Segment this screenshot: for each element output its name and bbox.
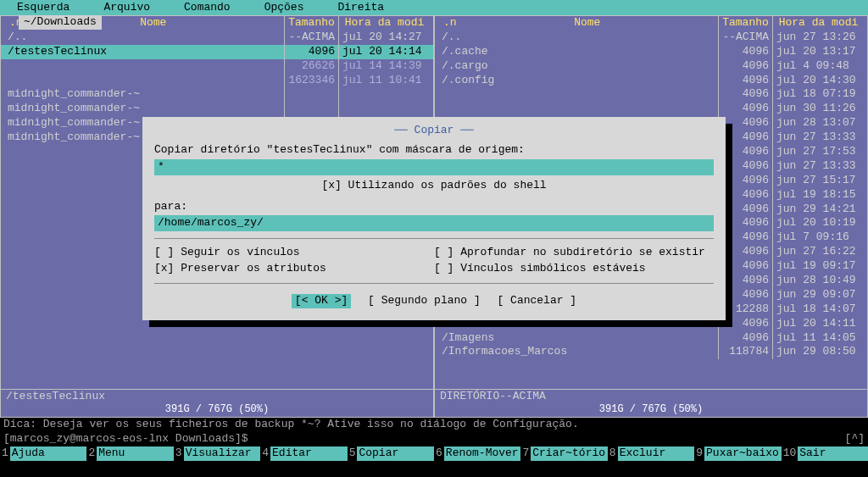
- fnkey-bar: 1Ajuda2Menu3Visualizar4Editar5Copiar6Ren…: [0, 446, 868, 461]
- fnkey[interactable]: 5Copiar: [348, 446, 434, 461]
- file-size: 4096: [718, 174, 772, 188]
- fnkey[interactable]: 3Visualizar: [174, 446, 260, 461]
- file-size: [284, 102, 338, 116]
- file-size: 4096: [718, 188, 772, 202]
- menubar-item[interactable]: Comando: [167, 1, 248, 14]
- file-time: jun 27 15:17: [772, 174, 864, 188]
- file-time: jul 19 09:17: [772, 259, 864, 274]
- file-time: jul 18 14:07: [772, 302, 864, 317]
- shell-patterns-checkbox[interactable]: [x] Utilizando os padrões do shell: [154, 179, 714, 193]
- file-row[interactable]: /.cargo4096jul 4 09:48: [435, 59, 867, 74]
- file-row[interactable]: 26626jul 14 14:39: [1, 59, 433, 74]
- file-size: 4096: [718, 274, 772, 288]
- fnkey[interactable]: 7Criar~tório: [520, 446, 607, 461]
- source-input[interactable]: *: [154, 159, 714, 175]
- file-size: 4096: [718, 288, 772, 302]
- panel-tab-label: ~/Downloads: [19, 15, 102, 30]
- fnkey-num: 10: [782, 446, 798, 461]
- fnkey[interactable]: 1Ajuda: [0, 446, 86, 461]
- fnkey[interactable]: 8Excluir: [608, 446, 694, 461]
- fnkey[interactable]: 4Editar: [260, 446, 347, 461]
- file-time: jun 28 10:49: [772, 274, 864, 288]
- fnkey-num: 2: [86, 446, 97, 461]
- file-time: jul 4 09:48: [772, 59, 864, 74]
- file-row[interactable]: midnight_commander-~: [1, 102, 433, 116]
- file-row[interactable]: 4096jul 18 07:19: [435, 87, 867, 102]
- file-size: --ACIMA: [718, 31, 772, 45]
- follow-links-checkbox[interactable]: [ ] Seguir os vínculos: [154, 246, 434, 260]
- right-panel-footer: DIRETÓRIO--ACIMA: [435, 389, 867, 404]
- file-size: 4096: [718, 259, 772, 274]
- file-name: /.config: [438, 74, 718, 88]
- fnkey-label: Puxar~baixo: [704, 446, 782, 461]
- file-size: 118784: [718, 345, 772, 359]
- file-name: /.cache: [438, 45, 718, 59]
- file-row[interactable]: /.config4096jul 20 14:30: [435, 74, 867, 88]
- fnkey-num: 7: [520, 446, 531, 461]
- menubar-item[interactable]: Esquerda: [0, 1, 86, 14]
- file-time: jul 11 14:05: [772, 331, 864, 346]
- file-size: 4096: [284, 45, 338, 59]
- file-time: jun 27 13:26: [772, 31, 864, 45]
- file-row[interactable]: /.cache4096jul 20 13:17: [435, 45, 867, 59]
- file-name: /testesTeclinux: [4, 45, 284, 59]
- file-name: [4, 59, 284, 74]
- stable-symlinks-checkbox[interactable]: [ ] Vínculos simbólicos estáveis: [434, 262, 714, 276]
- file-row[interactable]: 4096jun 30 11:26: [435, 102, 867, 116]
- file-time: jun 29 14:21: [772, 202, 864, 217]
- menubar-item[interactable]: Opções: [248, 1, 321, 14]
- col-time[interactable]: Hora da modi: [772, 16, 864, 31]
- dialog-title: ── Copiar ──: [154, 124, 714, 138]
- bottom-area: Dica: Deseja ver os seus ficheiros de ba…: [0, 418, 868, 461]
- fnkey-num: 4: [260, 446, 270, 461]
- menubar-item[interactable]: Direita: [320, 1, 401, 14]
- fnkey[interactable]: 6Renom-Mover: [434, 446, 520, 461]
- fnkey[interactable]: 9Puxar~baixo: [694, 446, 781, 461]
- file-row[interactable]: 1623346jul 11 10:41: [1, 74, 433, 88]
- file-time: jul 20 14:30: [772, 74, 864, 88]
- col-name[interactable]: Nome: [457, 16, 718, 31]
- fnkey-label: Criar~tório: [531, 446, 608, 461]
- fnkey[interactable]: 10Sair: [782, 446, 868, 461]
- shell-prompt[interactable]: [marcos_zy@marcos-eos-lnx Downloads]$ [^…: [0, 432, 868, 446]
- file-time: jun 28 13:07: [772, 116, 864, 130]
- cancel-button[interactable]: [ Cancelar ]: [498, 294, 577, 308]
- file-size: 4096: [718, 245, 772, 259]
- file-size: 4096: [718, 102, 772, 116]
- file-name: midnight_commander-~: [4, 87, 284, 102]
- col-size[interactable]: Tamanho: [284, 16, 338, 31]
- panels-container: .n Nome Tamanho Hora da modi /..--ACIMAj…: [0, 15, 868, 418]
- file-size: [284, 87, 338, 102]
- file-size: 1623346: [284, 74, 338, 88]
- hint-line: Dica: Deseja ver os seus ficheiros de ba…: [0, 418, 868, 432]
- fnkey-num: 8: [608, 446, 618, 461]
- file-size: 4096: [718, 116, 772, 130]
- dive-subdir-checkbox[interactable]: [ ] Aprofundar no subdiretório se existi…: [434, 246, 714, 260]
- file-row[interactable]: /testesTeclinux4096jul 20 14:14: [1, 45, 433, 59]
- file-size: 4096: [718, 74, 772, 88]
- file-row[interactable]: /..--ACIMAjul 20 14:27: [1, 31, 433, 45]
- file-size: 4096: [718, 87, 772, 102]
- file-time: jul 7 09:16: [772, 230, 864, 245]
- fnkey-label: Sair: [798, 446, 868, 461]
- preserve-attr-checkbox[interactable]: [x] Preservar os atributos: [154, 262, 434, 276]
- separator: [154, 283, 714, 284]
- file-row[interactable]: /Imagens4096jul 11 14:05: [435, 331, 867, 346]
- left-panel-footer: /testesTeclinux: [1, 389, 433, 404]
- ok-button[interactable]: [< OK >]: [292, 294, 351, 308]
- file-time: jul 11 10:41: [338, 74, 430, 88]
- fnkey-label: Copiar: [357, 446, 434, 461]
- file-row[interactable]: /..--ACIMAjun 27 13:26: [435, 31, 867, 45]
- dest-input[interactable]: /home/marcos_zy/: [154, 215, 714, 231]
- file-row[interactable]: /Informacoes_Marcos118784jun 29 08:50: [435, 345, 867, 359]
- background-button[interactable]: [ Segundo plano ]: [368, 294, 481, 308]
- file-name: /.cargo: [438, 59, 718, 74]
- fnkey[interactable]: 2Menu: [86, 446, 173, 461]
- file-row[interactable]: midnight_commander-~: [1, 87, 433, 102]
- file-size: 4096: [718, 202, 772, 217]
- col-size[interactable]: Tamanho: [718, 16, 772, 31]
- file-time: jun 27 16:22: [772, 245, 864, 259]
- menubar-item[interactable]: Arquivo: [86, 1, 167, 14]
- col-time[interactable]: Hora da modi: [338, 16, 430, 31]
- dest-label: para:: [154, 200, 714, 214]
